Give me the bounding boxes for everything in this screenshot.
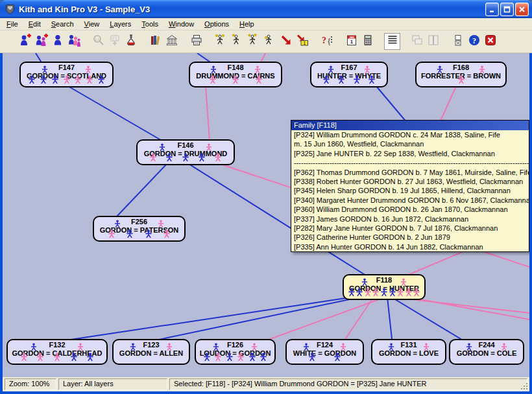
title-bar[interactable]: Kith and Kin Pro V3 - Sample_V3 [0, 0, 532, 18]
mother-icon [501, 342, 507, 353]
family-box-F256[interactable]: F256GORDON = PATERSON [93, 216, 186, 242]
pointer-arrow-button[interactable] [278, 33, 294, 50]
family-box-F146[interactable]: F146GORDON = DRUMMOND [136, 139, 235, 165]
child-male-icon [166, 152, 173, 164]
children-row [375, 355, 442, 364]
child-female-icon [64, 75, 70, 86]
children-row [116, 355, 186, 364]
tree-figure-1-icon [215, 34, 228, 49]
child-male-icon [182, 152, 189, 164]
chart-canvas[interactable]: F147GORDON = SCOTLANDF148DRUMMOND = CAIR… [3, 53, 529, 377]
menu-tools[interactable]: Tools [136, 19, 163, 29]
tree-figure-2-button[interactable] [229, 33, 245, 50]
family-id: F168 [417, 64, 505, 72]
child-male-icon [87, 352, 93, 364]
family-box-F123[interactable]: F123GORDON = ALLEN [112, 339, 190, 365]
toggle-boxes-icon [452, 34, 465, 49]
popup-detail-line: [P326] Catherine Hunter GORDON b. 2 Jun … [291, 233, 529, 242]
family-box-F168[interactable]: F168FORRESTER = BROWN [415, 62, 507, 87]
family-box-F147[interactable]: F147GORDON = SCOTLAND [19, 62, 114, 87]
view-person-button[interactable] [49, 33, 66, 50]
children-row [140, 156, 231, 164]
popup-detail-line: [P325] Jane HUNTER b. 22 Sep 1838, Westf… [291, 149, 529, 158]
menu-window[interactable]: Window [163, 19, 199, 29]
child-male-icon [40, 75, 47, 86]
minimize-button[interactable] [485, 3, 499, 16]
calendar-button[interactable]: JAN1 [343, 33, 359, 50]
father-icon [437, 64, 442, 76]
cascade-windows-button [409, 33, 425, 50]
child-male-icon [145, 229, 152, 240]
tree-figure-1-button[interactable] [213, 33, 229, 50]
child-female-icon [372, 287, 379, 299]
father-icon [115, 218, 121, 230]
context-help-button[interactable]: ?{ [319, 33, 335, 50]
utilities-flask-button[interactable] [123, 33, 139, 50]
toolbar: 1:1F11?{JAN1? [0, 30, 532, 53]
family-box-F148[interactable]: F148DRUMMOND = CAIRNS [189, 62, 282, 87]
menu-help[interactable]: Help [234, 19, 260, 29]
menu-layers[interactable]: Layers [104, 19, 136, 29]
tree-figure-4-icon [263, 34, 276, 49]
toggle-boxes-button[interactable] [450, 33, 466, 50]
add-person-button[interactable] [17, 33, 33, 50]
archive-bank-icon [165, 34, 178, 49]
family-id: F124 [287, 341, 363, 349]
child-male-icon [309, 352, 315, 364]
menu-edit[interactable]: Edit [23, 19, 46, 29]
family-id: F146 [138, 141, 234, 150]
popup-detail-line: [P324] William Drummond GORDON c. 24 Mar… [291, 130, 529, 139]
tree-figure-3-button[interactable] [245, 33, 261, 50]
calculator-icon [361, 34, 374, 49]
family-id: F118 [344, 276, 424, 284]
menu-search[interactable]: Search [46, 19, 79, 29]
source-library-button[interactable] [147, 33, 163, 50]
add-family-icon [35, 34, 48, 49]
report-lines-button[interactable] [384, 33, 400, 50]
minimize-icon [489, 6, 496, 13]
add-family-button[interactable] [33, 33, 49, 50]
child-male-icon [356, 287, 363, 299]
family-box-F118[interactable]: F118GORDON = HUNTER [343, 274, 426, 300]
family-box-F244[interactable]: F244GORDON = COLE [449, 339, 524, 365]
svg-text:1:1: 1:1 [94, 38, 100, 41]
child-male-icon [52, 75, 58, 86]
family-box-F124[interactable]: F124WHITE = GORDON [285, 339, 364, 365]
mother-icon [206, 142, 212, 154]
menu-file[interactable]: File [1, 19, 23, 29]
exit-button[interactable] [482, 33, 498, 50]
child-male-icon [226, 352, 233, 364]
svg-text:?: ? [472, 36, 476, 45]
svg-text:JAN: JAN [349, 36, 354, 39]
child-male-icon [354, 75, 360, 86]
children-row [453, 355, 520, 364]
child-male-icon [381, 287, 387, 299]
archive-bank-button[interactable] [163, 33, 180, 50]
help-button[interactable]: ? [466, 33, 482, 50]
family-box-F126[interactable]: F126LOUDON = GORDON [195, 339, 276, 365]
child-male-icon [389, 287, 396, 299]
family-box-F132[interactable]: F132GORDON = CALDERHEAD [6, 339, 108, 365]
print-button[interactable] [188, 33, 204, 50]
popup-detail-line: [P282] Mary Jane Hunter GORDON b. 7 Jul … [291, 224, 529, 233]
family-box-F131[interactable]: F131GORDON = LOVE [371, 339, 446, 365]
popup-detail-line: [P362] Thomas Drummond GORDON b. 7 May 1… [291, 168, 529, 177]
family-box-F167[interactable]: F167HUNTER = WHYTE [310, 62, 388, 87]
add-person-icon [19, 34, 32, 49]
children-row [10, 355, 104, 364]
tree-figure-3-icon [247, 34, 260, 49]
child-male-icon [127, 229, 133, 240]
goto-marker-button[interactable]: 1 [294, 33, 310, 50]
maximize-button[interactable] [500, 3, 514, 16]
source-library-icon [149, 34, 162, 49]
child-female-icon [54, 352, 60, 364]
menu-view[interactable]: View [79, 19, 105, 29]
menu-options[interactable]: Options [199, 19, 234, 29]
child-male-icon [29, 75, 35, 86]
family-id: F148 [190, 64, 281, 72]
calculator-button[interactable] [359, 33, 376, 50]
tree-figure-4-button[interactable] [261, 33, 278, 50]
resize-grip[interactable] [520, 382, 529, 391]
view-family-button[interactable] [66, 33, 82, 50]
close-button[interactable] [515, 3, 529, 16]
